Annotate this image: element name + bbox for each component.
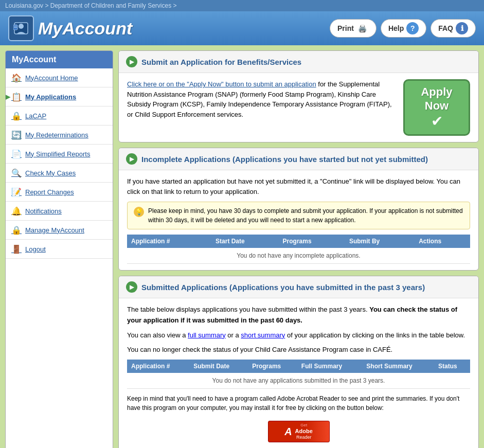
sidebar-item-my-simplified-reports[interactable]: 📄 My Simplified Reports	[6, 145, 113, 164]
submitted-col-programs: Programs	[248, 360, 297, 373]
adobe-label: Adobe	[295, 428, 313, 435]
lacap-icon: 🔒	[11, 110, 22, 121]
svg-rect-3	[14, 26, 17, 27]
adobe-logo-icon: A	[284, 424, 292, 439]
adobe-section: Keep in mind that you'll need to have a …	[127, 394, 470, 446]
svg-rect-4	[14, 27, 17, 28]
submitted-col-status: Status	[434, 360, 470, 373]
svg-point-1	[19, 24, 24, 29]
redeterminations-icon: 🔄	[11, 129, 22, 140]
incomplete-empty-message: You do not have any incomplete applicati…	[127, 248, 470, 264]
submitted-empty-row: You do not have any applications submitt…	[127, 373, 470, 389]
apply-now-text-line2: Now	[425, 99, 449, 113]
submitted-col-application-num: Application #	[127, 360, 189, 373]
incomplete-section-body: If you have started an application but h…	[119, 170, 478, 270]
submitted-col-full-summary: Full Summary	[297, 360, 363, 373]
logo-text: MyAccount	[38, 19, 132, 39]
sidebar: MyAccount 🏠 MyAccount Home ▶ 📋 My Applic…	[5, 50, 113, 448]
apply-now-link[interactable]: Click here or on the "Apply Now" button …	[127, 80, 316, 88]
warning-icon: 💡	[134, 207, 144, 217]
help-button[interactable]: Help ?	[381, 19, 426, 38]
adobe-reader-button[interactable]: A Get Adobe Reader	[268, 421, 330, 442]
breadcrumb-text: Louisiana.gov > Department of Children a…	[5, 2, 177, 9]
submitted-section-body: The table below displays applications yo…	[119, 298, 478, 448]
sidebar-item-my-redeterminations[interactable]: 🔄 My Redeterminations	[6, 126, 113, 145]
submitted-table: Application # Submit Date Programs Full …	[127, 360, 470, 389]
sidebar-items: 🏠 MyAccount Home ▶ 📋 My Applications 🔒 L…	[6, 68, 113, 259]
submitted-col-submit-date: Submit Date	[189, 360, 248, 373]
submitted-para1-text: The table below displays applications yo…	[127, 306, 368, 313]
submitted-section-icon: ▶	[126, 281, 137, 293]
sidebar-item-my-applications[interactable]: ▶ 📋 My Applications	[6, 87, 113, 106]
sidebar-label-my-redeterminations: My Redeterminations	[25, 131, 88, 139]
submitted-para3: You can no longer check the status of yo…	[127, 345, 470, 355]
faq-icon: ℹ	[456, 22, 468, 34]
adobe-text: Keep in mind that you'll need to have a …	[127, 394, 470, 413]
logo-icon	[8, 15, 34, 41]
apply-section: ▶ Submit an Application for Benefits/Ser…	[118, 50, 479, 142]
check-cases-icon: 🔍	[11, 167, 22, 178]
reader-label: Reader	[295, 435, 313, 440]
manage-icon: 🔒	[11, 224, 22, 236]
sidebar-label-report-changes: Report Changes	[25, 188, 74, 196]
submitted-para2: You can also view a full summary or a sh…	[127, 330, 470, 341]
sidebar-label-my-simplified-reports: My Simplified Reports	[25, 150, 90, 158]
apply-now-button-large[interactable]: Apply Now ✔	[403, 79, 470, 136]
sidebar-item-notifications[interactable]: 🔔 Notifications	[6, 202, 113, 221]
apply-section-icon: ▶	[126, 56, 137, 67]
incomplete-empty-row: You do not have any incomplete applicati…	[127, 248, 470, 264]
logo: MyAccount	[8, 15, 132, 41]
sidebar-label-my-applications: My Applications	[25, 93, 76, 101]
submitted-para1: The table below displays applications yo…	[127, 304, 470, 326]
sidebar-label-check-my-cases: Check My Cases	[25, 169, 76, 177]
incomplete-section-header: ▶ Incomplete Applications (Applications …	[119, 148, 478, 170]
col-actions: Actions	[415, 235, 470, 248]
sidebar-label-myaccount-home: MyAccount Home	[25, 74, 78, 82]
logout-icon: 🚪	[11, 243, 22, 255]
submitted-para2-pre: You can also view a	[127, 331, 188, 339]
col-submit-by: Submit By	[345, 235, 415, 248]
apply-check-icon: ✔	[431, 113, 443, 130]
header-buttons: Print 🖨️ Help ? FAQ ℹ	[330, 19, 476, 38]
sidebar-item-lacap[interactable]: 🔒 LaCAP	[6, 106, 113, 126]
warning-box: 💡 Please keep in mind, you have 30 days …	[127, 202, 470, 229]
faq-button[interactable]: FAQ ℹ	[431, 19, 476, 38]
incomplete-section: ▶ Incomplete Applications (Applications …	[118, 148, 479, 271]
sidebar-label-notifications: Notifications	[25, 207, 62, 215]
short-summary-link[interactable]: short summary	[241, 331, 285, 339]
submitted-para2-post: of your application by clicking on the l…	[285, 331, 465, 339]
incomplete-section-title: Incomplete Applications (Applications yo…	[141, 155, 428, 164]
incomplete-section-icon: ▶	[126, 153, 137, 165]
full-summary-link[interactable]: full summary	[188, 331, 226, 339]
sidebar-label-lacap: LaCAP	[25, 112, 46, 120]
sidebar-item-logout[interactable]: 🚪 Logout	[6, 240, 113, 259]
apply-description: Click here or on the "Apply Now" button …	[127, 79, 395, 119]
get-text: Get	[295, 423, 313, 428]
sidebar-item-myaccount-home[interactable]: 🏠 MyAccount Home	[6, 68, 113, 87]
simplified-reports-icon: 📄	[11, 148, 22, 159]
submitted-empty-message: You do not have any applications submitt…	[127, 373, 470, 389]
print-icon: 🖨️	[356, 22, 369, 34]
home-icon: 🏠	[11, 72, 22, 83]
col-start-date: Start Date	[211, 235, 279, 248]
incomplete-intro: If you have started an application but h…	[127, 176, 470, 196]
apply-section-header: ▶ Submit an Application for Benefits/Ser…	[119, 51, 478, 73]
main-layout: MyAccount 🏠 MyAccount Home ▶ 📋 My Applic…	[0, 45, 484, 448]
sidebar-label-logout: Logout	[25, 245, 46, 253]
submitted-section-header: ▶ Submitted Applications (Applications y…	[119, 276, 478, 298]
sidebar-label-manage-myaccount: Manage MyAccount	[25, 226, 84, 234]
content-area: ▶ Submit an Application for Benefits/Ser…	[118, 50, 479, 448]
faq-label: FAQ	[438, 24, 453, 32]
print-button[interactable]: Print 🖨️	[330, 19, 377, 38]
submitted-para2-mid: or a	[226, 331, 241, 339]
report-changes-icon: 📝	[11, 186, 22, 198]
submitted-col-short-summary: Short Summary	[362, 360, 434, 373]
col-application-num: Application #	[127, 235, 211, 248]
header: MyAccount Print 🖨️ Help ? FAQ ℹ	[0, 11, 484, 45]
sidebar-item-manage-myaccount[interactable]: 🔒 Manage MyAccount	[6, 221, 113, 240]
sidebar-title: MyAccount	[6, 51, 113, 68]
submitted-section-title: Submitted Applications (Applications you…	[141, 283, 425, 292]
sidebar-item-report-changes[interactable]: 📝 Report Changes	[6, 183, 113, 202]
sidebar-item-check-my-cases[interactable]: 🔍 Check My Cases	[6, 164, 113, 183]
notifications-icon: 🔔	[11, 205, 22, 217]
